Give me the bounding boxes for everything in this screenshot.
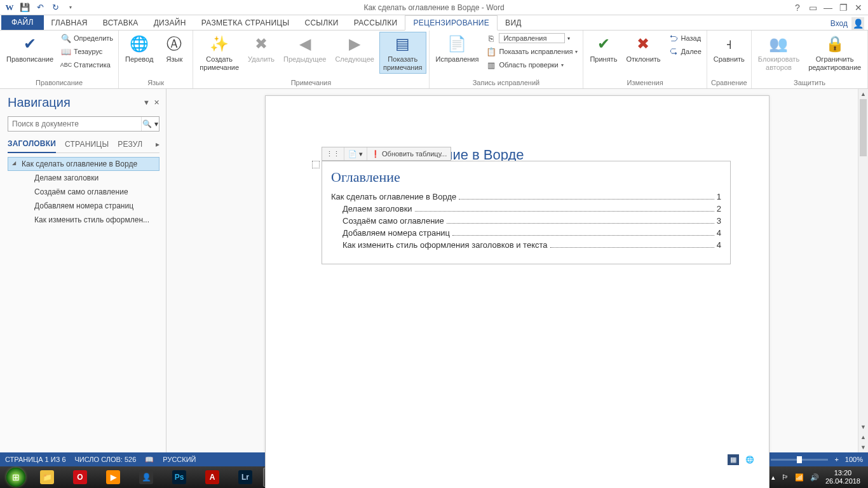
- tab-mailings[interactable]: РАССЫЛКИ: [346, 16, 405, 30]
- tray-volume-icon[interactable]: 🔊: [810, 473, 819, 482]
- tray-chevron-up-icon[interactable]: ▴: [771, 473, 775, 482]
- tab-layout[interactable]: РАЗМЕТКА СТРАНИЦЫ: [194, 16, 297, 30]
- tray-network-icon[interactable]: 📶: [795, 473, 804, 482]
- reviewing-pane-button[interactable]: ▥Область проверки: [484, 58, 580, 71]
- page[interactable]: ение в Ворде ⋮⋮ 📄 ▾ ❗Обновить таблицу...…: [265, 95, 770, 488]
- toc-entry[interactable]: Добавляем номера страниц 4: [331, 228, 721, 238]
- language-status[interactable]: РУССКИЙ: [163, 456, 196, 463]
- zoom-out-button[interactable]: −: [761, 456, 764, 463]
- workspace: Навигация ▼ ✕ 🔍 ▾ ЗАГОЛОВКИ СТРАНИЦЫ РЕЗ…: [0, 89, 868, 452]
- document-area[interactable]: ение в Ворде ⋮⋮ 📄 ▾ ❗Обновить таблицу...…: [166, 89, 868, 452]
- tab-review[interactable]: РЕЦЕНЗИРОВАНИЕ: [405, 15, 498, 30]
- ribbon-group-proofing: ✔ Правописание 🔍Определить 📖Тезаурус ABC…: [0, 30, 119, 88]
- nav-tab-pages[interactable]: СТРАНИЦЫ: [65, 140, 109, 152]
- nav-item[interactable]: Добавляем номера страниц: [8, 199, 159, 213]
- nav-tab-results[interactable]: РЕЗУЛ: [118, 140, 142, 152]
- define-button[interactable]: 🔍Определить: [58, 32, 116, 44]
- show-markup-button[interactable]: 📋Показать исправления: [484, 45, 580, 58]
- taskbar-clock[interactable]: 13:20 26.04.2018: [825, 469, 860, 485]
- scroll-up-button[interactable]: ▲: [858, 89, 868, 99]
- toc-entry[interactable]: Делаем заголовки 2: [331, 204, 721, 214]
- track-changes-button[interactable]: 📄Исправления: [432, 32, 483, 65]
- scrollbar-track[interactable]: [860, 99, 867, 422]
- taskbar-media[interactable]: ▶: [98, 468, 128, 487]
- nav-pane-title: Навигация: [8, 95, 71, 110]
- word-count-status[interactable]: ЧИСЛО СЛОВ: 526: [75, 456, 137, 463]
- word-count-button[interactable]: ABCСтатистика: [58, 58, 116, 71]
- taskbar-lightroom[interactable]: Lr: [230, 468, 261, 487]
- restrict-editing-button[interactable]: 🔒Ограничить редактирование: [804, 32, 865, 74]
- vertical-scrollbar[interactable]: ▲ ▼ ▲▼: [858, 89, 868, 452]
- print-layout-button[interactable]: ▦: [728, 454, 739, 465]
- user-avatar-icon[interactable]: 👤: [851, 17, 864, 30]
- tab-file[interactable]: ФАЙЛ: [1, 15, 44, 30]
- translate-button[interactable]: 🌐Перевод: [121, 32, 157, 65]
- display-for-review-dropdown[interactable]: ⎘Исправления▾: [484, 32, 580, 44]
- toc-entry[interactable]: Как изменить стиль оформления заголовков…: [331, 240, 721, 250]
- read-mode-button[interactable]: ▭: [715, 456, 721, 464]
- search-icon[interactable]: 🔍 ▾: [141, 117, 159, 131]
- toc-entry[interactable]: Как сделать оглавление в Ворде 1: [331, 192, 721, 201]
- nav-item[interactable]: Как изменить стиль оформлен...: [8, 213, 159, 227]
- toc-update-button[interactable]: ❗Обновить таблицу...: [367, 147, 451, 160]
- next-page-button[interactable]: ▼: [858, 442, 868, 452]
- tab-home[interactable]: ГЛАВНАЯ: [44, 16, 95, 30]
- toc-container[interactable]: Оглавление Как сделать оглавление в Ворд…: [322, 161, 731, 264]
- previous-change-button[interactable]: ⮌Назад: [666, 32, 704, 44]
- web-layout-button[interactable]: 🌐: [745, 456, 754, 464]
- tab-insert[interactable]: ВСТАВКА: [95, 16, 146, 30]
- nav-pane-close-button[interactable]: ✕: [154, 98, 159, 107]
- scrollbar-thumb[interactable]: [860, 99, 867, 156]
- accept-icon: ✔: [593, 34, 614, 54]
- next-change-button[interactable]: ⮎Далее: [666, 45, 704, 58]
- help-button[interactable]: ?: [790, 1, 804, 14]
- tab-design[interactable]: ДИЗАЙН: [146, 16, 194, 30]
- repeat-button[interactable]: ↻: [48, 1, 62, 14]
- reject-button[interactable]: ✖Отклонить: [622, 32, 664, 65]
- taskbar-acrobat[interactable]: A: [197, 468, 227, 487]
- language-button[interactable]: ⒶЯзык: [158, 32, 190, 65]
- spelling-button[interactable]: ✔ Правописание: [3, 32, 57, 65]
- thesaurus-button[interactable]: 📖Тезаурус: [58, 45, 116, 58]
- prev-page-button[interactable]: ▲: [858, 432, 868, 442]
- proofing-status-icon[interactable]: 📖: [145, 456, 154, 464]
- start-button[interactable]: ⊞: [6, 468, 25, 487]
- nav-tab-headings[interactable]: ЗАГОЛОВКИ: [8, 139, 56, 153]
- scroll-down-button[interactable]: ▼: [858, 422, 868, 432]
- toc-resize-handle[interactable]: [312, 161, 320, 168]
- zoom-in-button[interactable]: +: [834, 456, 838, 463]
- toc-handle-grip[interactable]: ⋮⋮: [322, 147, 344, 160]
- save-button[interactable]: 💾: [18, 1, 32, 14]
- taskbar-app1[interactable]: 👤: [131, 468, 161, 487]
- sign-in-link[interactable]: Вход: [831, 19, 848, 28]
- taskbar-photoshop[interactable]: Ps: [164, 468, 194, 487]
- nav-item[interactable]: Создаём само оглавление: [8, 185, 159, 199]
- track-changes-icon: 📄: [447, 34, 467, 54]
- page-number-status[interactable]: СТРАНИЦА 1 ИЗ 6: [5, 456, 66, 463]
- ribbon-options-button[interactable]: ▭: [806, 1, 820, 14]
- tray-flag-icon[interactable]: 🏳: [782, 473, 789, 481]
- nav-pane-options-button[interactable]: ▼: [143, 98, 150, 107]
- nav-item[interactable]: Делаем заголовки: [8, 171, 159, 185]
- tab-view[interactable]: ВИД: [498, 16, 529, 30]
- taskbar-opera[interactable]: O: [65, 468, 95, 487]
- minimize-button[interactable]: —: [821, 1, 835, 14]
- tab-references[interactable]: ССЫЛКИ: [297, 16, 346, 30]
- maximize-button[interactable]: ❐: [836, 1, 850, 14]
- nav-search[interactable]: 🔍 ▾: [8, 116, 159, 132]
- qat-customize-button[interactable]: [64, 1, 78, 14]
- toc-entry[interactable]: Создаём само оглавление 3: [331, 216, 721, 226]
- zoom-slider[interactable]: [771, 459, 828, 461]
- undo-button[interactable]: ↶: [33, 1, 47, 14]
- show-comments-button[interactable]: ▤Показать примечания: [379, 32, 426, 74]
- new-comment-button[interactable]: ✨Создать примечание: [196, 32, 243, 74]
- toc-menu-button[interactable]: 📄 ▾: [344, 147, 367, 160]
- nav-tabs-more-button[interactable]: ▸: [156, 140, 159, 152]
- nav-item[interactable]: Как сделать оглавление в Ворде: [8, 157, 159, 171]
- zoom-level[interactable]: 100%: [845, 456, 863, 463]
- nav-search-input[interactable]: [8, 119, 141, 128]
- accept-button[interactable]: ✔Принять: [586, 32, 621, 65]
- compare-button[interactable]: ⫞Сравнить: [710, 32, 749, 65]
- close-button[interactable]: ✕: [851, 1, 865, 14]
- taskbar-explorer[interactable]: 📁: [32, 468, 62, 487]
